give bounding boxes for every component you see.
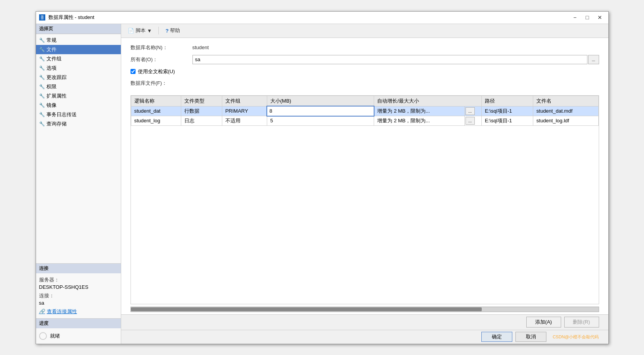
sidebar-item-translog[interactable]: 🔧 事务日志传送 (36, 110, 121, 119)
sidebar-item-label: 镜像 (46, 102, 57, 109)
watermark: CSDN@小橙不会敲代码 (553, 334, 599, 340)
sidebar-item-label: 权限 (46, 83, 57, 90)
maximize-button[interactable]: □ (582, 13, 593, 22)
connection-section-title: 连接 (36, 264, 121, 273)
progress-status: 就绪 (50, 333, 60, 340)
cell-filename: student_dat.mdf (533, 106, 598, 116)
owner-browse-button[interactable]: ... (588, 55, 599, 64)
sidebar-item-label: 扩展属性 (46, 93, 67, 99)
col-logical-name: 逻辑名称 (131, 96, 181, 106)
toolbar-separator (158, 27, 159, 34)
table-row[interactable]: student_log日志不适用5增量为 2 MB，限制为......E:\sq… (131, 116, 598, 125)
cell-autogrowth: 增量为 2 MB，限制为... (374, 106, 464, 116)
progress-section-title: 进度 (36, 319, 121, 328)
table-section: 逻辑名称 文件类型 文件组 大小(MB) 自动增长/最大大小 路径 文件名 st… (121, 95, 608, 304)
bottom-toolbar: 添加(A) 删除(R) (121, 314, 608, 330)
sidebar-item-changetracking[interactable]: 🔧 更改跟踪 (36, 73, 121, 82)
wrench-icon-qs: 🔧 (39, 121, 45, 127)
owner-label: 所有者(O)： (131, 56, 192, 63)
horizontal-scrollbar[interactable] (131, 307, 599, 312)
wrench-icon-tl: 🔧 (39, 112, 45, 117)
sidebar-item-label: 文件组 (46, 55, 62, 62)
sidebar-nav: 🔧 常规 🔧 文件 🔧 文件组 🔧 选项 🔧 更改跟踪 (36, 34, 121, 263)
ellipsis-button[interactable]: ... (465, 107, 475, 115)
ellipsis-button[interactable]: ... (465, 117, 475, 125)
main-window: 🗄 数据库属性 - student − □ ✕ 选择页 🔧 常规 🔧 文件 (36, 11, 609, 344)
fulltext-checkbox[interactable] (131, 69, 136, 74)
sidebar-item-label: 事务日志传送 (46, 111, 77, 118)
scroll-area (121, 304, 608, 314)
cell-logical-name: student_dat (131, 106, 181, 116)
cancel-button[interactable]: 取消 (515, 332, 546, 342)
progress-spinner (39, 332, 47, 340)
wrench-icon-ep: 🔧 (39, 93, 45, 99)
connection-label: 连接： (39, 292, 118, 299)
col-autogrowth: 自动增长/最大大小 (374, 96, 482, 106)
sidebar-item-options[interactable]: 🔧 选项 (36, 63, 121, 73)
remove-button[interactable]: 删除(R) (564, 317, 599, 328)
sidebar-item-extendedprops[interactable]: 🔧 扩展属性 (36, 91, 121, 101)
sidebar-item-label: 选项 (46, 65, 57, 72)
db-name-row: 数据库名称(N)： student (131, 44, 599, 51)
owner-row: 所有者(O)： ... (131, 55, 599, 64)
table-header-row: 逻辑名称 文件类型 文件组 大小(MB) 自动增长/最大大小 路径 文件名 (131, 96, 598, 106)
connection-section: 连接 服务器： DESKTOP-SSHQ1ES 连接： sa 🔗 查看连接属性 (36, 263, 121, 318)
owner-input-group: ... (192, 55, 599, 64)
sidebar-item-label: 常规 (46, 37, 57, 44)
sidebar-item-general[interactable]: 🔧 常规 (36, 36, 121, 45)
sidebar-item-permissions[interactable]: 🔧 权限 (36, 82, 121, 91)
toolbar: 📄 脚本 ▼ ? 帮助 (121, 24, 608, 38)
dropdown-icon: ▼ (147, 28, 152, 34)
window-icon: 🗄 (39, 14, 45, 21)
sidebar-item-label: 查询存储 (46, 120, 67, 127)
connection-info: 服务器： DESKTOP-SSHQ1ES 连接： sa 🔗 查看连接属性 (36, 273, 121, 318)
final-row: 确定 取消 CSDN@小橙不会敲代码 (121, 330, 608, 344)
view-connection-link[interactable]: 🔗 查看连接属性 (39, 308, 118, 315)
cell-path: E:\sql项目-1 (482, 106, 533, 116)
connection-icon: 🔗 (39, 309, 45, 314)
help-button[interactable]: ? 帮助 (162, 26, 184, 36)
cell-filename: student_log.ldf (533, 116, 598, 125)
ok-button[interactable]: 确定 (481, 332, 512, 342)
cell-size[interactable] (267, 106, 374, 116)
scrollbar-thumb (131, 307, 482, 311)
owner-input[interactable] (192, 55, 587, 64)
table-container[interactable]: 逻辑名称 文件类型 文件组 大小(MB) 自动增长/最大大小 路径 文件名 st… (131, 95, 599, 304)
col-filename: 文件名 (533, 96, 598, 106)
wrench-icon-ct: 🔧 (39, 75, 45, 80)
sidebar-item-label: 文件 (46, 46, 57, 53)
wrench-icon-fg: 🔧 (39, 56, 45, 62)
wrench-icon-perm: 🔧 (39, 84, 45, 89)
table-row[interactable]: student_dat行数据PRIMARY增量为 2 MB，限制为......E… (131, 106, 598, 116)
sidebar-item-filegroups[interactable]: 🔧 文件组 (36, 54, 121, 63)
db-name-label: 数据库名称(N)： (131, 44, 192, 51)
files-section-label: 数据库文件(F)： (131, 80, 599, 87)
sidebar-item-files[interactable]: 🔧 文件 (36, 45, 121, 54)
connection-value: sa (39, 300, 118, 306)
cell-file-type: 日志 (181, 116, 222, 125)
main-content: 选择页 🔧 常规 🔧 文件 🔧 文件组 🔧 选项 (36, 24, 608, 344)
sidebar-item-querystorage[interactable]: 🔧 查询存储 (36, 119, 121, 129)
script-icon: 📄 (128, 28, 134, 34)
cell-dots-btn[interactable]: ... (464, 116, 481, 125)
cell-logical-name: student_log (131, 116, 181, 125)
right-panel: 📄 脚本 ▼ ? 帮助 数据库名称(N)： student 所有者(O)： (121, 24, 608, 344)
minimize-button[interactable]: − (570, 13, 580, 22)
close-button[interactable]: ✕ (594, 13, 605, 22)
server-label: 服务器： (39, 276, 118, 283)
wrench-icon: 🔧 (39, 38, 45, 43)
col-file-type: 文件类型 (181, 96, 222, 106)
wrench-icon-files: 🔧 (39, 47, 45, 52)
col-size: 大小(MB) (267, 96, 374, 106)
script-button[interactable]: 📄 脚本 ▼ (124, 26, 156, 36)
add-button[interactable]: 添加(A) (526, 317, 561, 328)
title-bar: 🗄 数据库属性 - student − □ ✕ (36, 12, 608, 24)
cell-dots-btn[interactable]: ... (464, 106, 481, 116)
cell-autogrowth: 增量为 2 MB，限制为... (374, 116, 464, 125)
col-path: 路径 (482, 96, 533, 106)
cell-filegroup: PRIMARY (222, 106, 267, 116)
files-table: 逻辑名称 文件类型 文件组 大小(MB) 自动增长/最大大小 路径 文件名 st… (131, 96, 599, 126)
server-value: DESKTOP-SSHQ1ES (39, 284, 118, 290)
sidebar: 选择页 🔧 常规 🔧 文件 🔧 文件组 🔧 选项 (36, 24, 121, 344)
sidebar-item-mirroring[interactable]: 🔧 镜像 (36, 101, 121, 110)
